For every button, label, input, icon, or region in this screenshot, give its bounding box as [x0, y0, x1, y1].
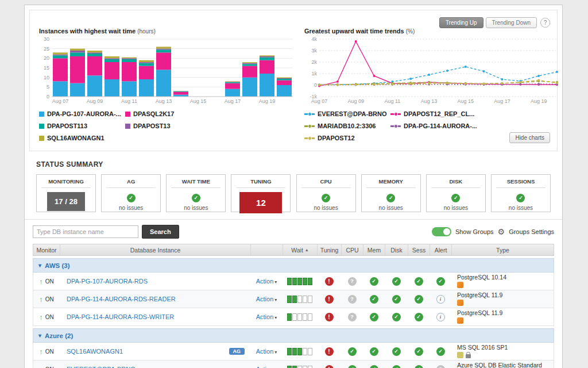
ok-icon: ✓	[516, 194, 525, 202]
groups-settings-label[interactable]: Groups Settings	[509, 228, 554, 235]
trending-up-button[interactable]: Trending Up	[439, 17, 483, 28]
alert-icon[interactable]: !	[325, 365, 334, 368]
status-card-memory[interactable]: MEMORY✓no issues	[361, 174, 421, 212]
disk-cell: ✓	[385, 290, 408, 308]
ok-icon[interactable]: ✓	[370, 347, 378, 356]
status-card-body: 12	[231, 192, 290, 213]
status-card-wait-time[interactable]: WAIT TIME✓no issues	[166, 174, 226, 212]
action-dropdown[interactable]: Action▾	[256, 366, 277, 368]
db-type-label: PostgreSQL 10.14	[457, 274, 506, 281]
ok-icon[interactable]: ✓	[392, 365, 401, 368]
monitor-state: ON	[45, 314, 54, 320]
unknown-icon[interactable]: ?	[348, 313, 357, 321]
ok-icon[interactable]: ✓	[436, 277, 445, 286]
column-header-action[interactable]	[250, 244, 283, 255]
group-header-azure[interactable]: ▾Azure (2)	[33, 328, 554, 343]
column-header-disk[interactable]: Disk	[385, 244, 408, 255]
column-header-tuning[interactable]: Tuning	[317, 244, 341, 255]
collapse-icon[interactable]: ▾	[38, 332, 41, 339]
ok-icon[interactable]: ✓	[415, 295, 423, 304]
ok-icon[interactable]: ✓	[348, 365, 357, 368]
column-header-label: Disk	[390, 247, 402, 254]
ok-icon[interactable]: ✓	[392, 347, 401, 356]
tuning-count[interactable]: 12	[239, 192, 282, 213]
column-header-wait[interactable]: Wait▲	[283, 244, 317, 255]
column-header-alert[interactable]: Alert	[430, 244, 451, 255]
trending-down-button[interactable]: Trending Down	[486, 17, 537, 28]
show-groups-toggle[interactable]	[432, 227, 451, 236]
table-row: ↑ONDPA-PG-107-AURORA-RDSAction▾!?✓✓✓✓Pos…	[33, 273, 554, 290]
db-instance-link[interactable]: DPA-PG-107-AURORA-RDS	[67, 278, 148, 285]
ok-icon[interactable]: ✓	[392, 295, 401, 304]
status-card-sessions[interactable]: SESSIONS✓no issues	[491, 174, 551, 212]
column-header-database-instance[interactable]: Database Instance	[60, 244, 250, 255]
status-card-body: ✓no issues	[102, 192, 160, 211]
hide-charts-button[interactable]: Hide charts	[509, 132, 550, 143]
ok-icon[interactable]: ✓	[370, 295, 378, 304]
ok-icon[interactable]: ✓	[392, 277, 401, 286]
ok-icon[interactable]: ✓	[370, 277, 378, 286]
ok-icon[interactable]: ✓	[415, 313, 423, 321]
action-cell: Action▾	[250, 290, 283, 308]
action-dropdown[interactable]: Action▾	[256, 348, 277, 355]
db-instance-link[interactable]: SQL16AWONAGN1	[67, 348, 123, 355]
legend-swatch-icon	[125, 112, 130, 117]
status-card-ag[interactable]: AG✓no issues	[101, 174, 161, 212]
collapse-icon[interactable]: ▾	[38, 262, 41, 269]
ok-icon[interactable]: ✓	[348, 347, 357, 356]
status-summary-title: STATUS SUMMARY	[36, 160, 551, 168]
column-header-label: Monitor	[36, 247, 56, 254]
column-header-sess[interactable]: Sess	[408, 244, 430, 255]
status-card-cpu[interactable]: CPU✓no issues	[296, 174, 356, 212]
status-card-tuning[interactable]: TUNING12	[231, 174, 291, 212]
db-instance-link[interactable]: EVEREST@DPA-BRNO	[67, 366, 136, 368]
unknown-icon[interactable]: ?	[436, 365, 445, 368]
ok-icon[interactable]: ✓	[370, 365, 378, 368]
svg-text:Aug 13: Aug 13	[421, 98, 438, 104]
ok-icon[interactable]: ✓	[392, 313, 401, 321]
help-icon[interactable]: ?	[540, 18, 550, 28]
info-icon[interactable]: i	[436, 295, 445, 304]
db-instance-link[interactable]: DPA-PG-114-AURORA-RDS-READER	[67, 296, 176, 302]
wait-cell	[283, 343, 317, 360]
alert-icon[interactable]: !	[325, 347, 334, 356]
group-name: Azure (2)	[45, 332, 73, 339]
wait-gauge-segment	[297, 296, 302, 303]
column-header-type[interactable]: Type	[451, 244, 554, 255]
column-header-monitor[interactable]: Monitor	[33, 244, 60, 255]
ok-icon: ✓	[322, 194, 330, 202]
action-dropdown[interactable]: Action▾	[256, 278, 277, 285]
ok-icon[interactable]: ✓	[415, 347, 423, 356]
search-input[interactable]	[33, 225, 138, 238]
gear-icon[interactable]: ⚙	[498, 228, 505, 236]
unknown-icon[interactable]: ?	[348, 277, 357, 286]
info-icon[interactable]: i	[436, 313, 445, 321]
ok-icon[interactable]: ✓	[436, 347, 445, 356]
column-header-cpu[interactable]: CPU	[341, 244, 363, 255]
legend-item: MARIADB10.2:3306	[304, 122, 390, 129]
ok-icon[interactable]: ✓	[415, 365, 423, 368]
alert-icon[interactable]: !	[325, 295, 334, 304]
lock-icon	[466, 354, 471, 358]
db-instance-cell: EVEREST@DPA-BRNO	[60, 361, 250, 368]
db-instance-link[interactable]: DPA-PG-114-AURORA-RDS-WRITER	[67, 313, 174, 320]
action-dropdown[interactable]: Action▾	[256, 296, 277, 302]
ok-icon: ✓	[127, 194, 136, 202]
ok-icon[interactable]: ✓	[415, 277, 423, 286]
group-header-aws[interactable]: ▾AWS (3)	[33, 258, 554, 273]
column-header-mem[interactable]: Mem	[363, 244, 385, 255]
unknown-icon[interactable]: ?	[348, 295, 357, 304]
alert-icon[interactable]: !	[325, 277, 334, 286]
svg-text:Aug 11: Aug 11	[384, 98, 400, 104]
alert-cell: ?	[430, 361, 451, 368]
search-button[interactable]: Search	[142, 225, 179, 239]
status-card-disk[interactable]: DISK✓no issues	[426, 174, 486, 212]
alert-icon[interactable]: !	[325, 313, 334, 321]
status-card-monitoring[interactable]: MONITORING17 / 28	[36, 174, 96, 212]
svg-text:Aug 07: Aug 07	[52, 98, 69, 104]
action-dropdown[interactable]: Action▾	[256, 313, 277, 320]
wait-gauge-segment	[292, 366, 297, 368]
legend-label: DPAPOST12	[318, 135, 355, 141]
wait-gauge-segment	[308, 366, 312, 368]
ok-icon[interactable]: ✓	[370, 313, 378, 321]
